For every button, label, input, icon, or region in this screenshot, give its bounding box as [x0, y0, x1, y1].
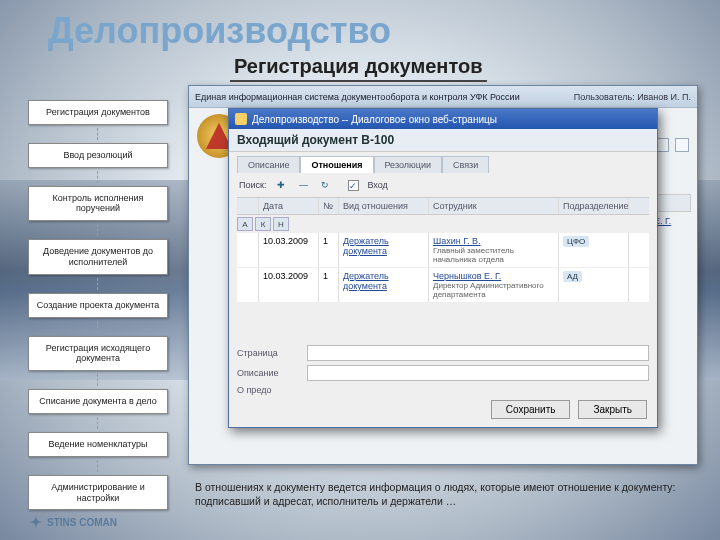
- cell-date: 10.03.2009: [259, 233, 319, 267]
- close-button[interactable]: Закрыть: [578, 400, 647, 419]
- sidebar-item-nomenclature[interactable]: Ведение номенклатуры: [28, 432, 168, 457]
- brand-logo: ✦ STINS COMAN: [30, 514, 117, 530]
- table-header: Дата № Вид отношения Сотрудник Подраздел…: [237, 197, 649, 215]
- show-all-checkbox[interactable]: [348, 180, 359, 191]
- lower-label-2: Описание: [237, 368, 301, 378]
- show-all-label: Вход: [367, 180, 387, 190]
- app-user-label: Пользователь: Иванов И. П.: [574, 92, 691, 102]
- slide-subtitle: Регистрация документов: [230, 55, 487, 82]
- sidebar-item-register[interactable]: Регистрация документов: [28, 100, 168, 125]
- logo-icon: ✦: [30, 514, 42, 530]
- dialog-window: Делопроизводство -- Диалоговое окно веб-…: [228, 108, 658, 428]
- remove-icon[interactable]: —: [296, 178, 310, 192]
- process-sidebar: Регистрация документов Ввод резолюций Ко…: [28, 100, 168, 510]
- sidebar-item-resolutions[interactable]: Ввод резолюций: [28, 143, 168, 168]
- dialog-tabs: Описание Отношения Резолюции Связи: [237, 156, 649, 173]
- cell-relation[interactable]: Держатель документа: [343, 271, 389, 291]
- app-header-text: Единая информационная система документоо…: [195, 92, 520, 102]
- lower-label-1: Страница: [237, 348, 301, 358]
- letter-k[interactable]: К: [255, 217, 271, 231]
- cell-date: 10.03.2009: [259, 268, 319, 302]
- lower-field-2[interactable]: [307, 365, 649, 381]
- tab-description[interactable]: Описание: [237, 156, 300, 173]
- slide-footer-text: В отношениях к документу ведется информа…: [195, 480, 690, 508]
- table-row[interactable]: 10.03.2009 1 Держатель документа Чернышк…: [237, 268, 649, 303]
- cell-num: 1: [319, 268, 339, 302]
- console-icon-2[interactable]: [675, 138, 689, 152]
- cell-person[interactable]: Шахин Г. В.: [433, 236, 481, 246]
- sidebar-item-control[interactable]: Контроль исполнения поручений: [28, 186, 168, 222]
- sidebar-item-distribute[interactable]: Доведение документов до исполнителей: [28, 239, 168, 275]
- sidebar-item-admin[interactable]: Администрирование и настройки: [28, 475, 168, 511]
- search-label: Поиск:: [239, 180, 266, 190]
- add-icon[interactable]: ✚: [274, 178, 288, 192]
- cell-person-detail: Директор Административного департамента: [433, 281, 554, 299]
- cell-person[interactable]: Чернышков Е. Г.: [433, 271, 501, 281]
- tab-resolutions[interactable]: Резолюции: [374, 156, 442, 173]
- sidebar-item-draft[interactable]: Создание проекта документа: [28, 293, 168, 318]
- cell-dept: АД: [563, 271, 582, 282]
- refresh-icon[interactable]: ↻: [318, 178, 332, 192]
- tab-relations[interactable]: Отношения: [300, 156, 373, 173]
- letter-n[interactable]: Н: [273, 217, 289, 231]
- dialog-doc-title: Входящий документ В-100: [229, 129, 657, 152]
- lower-field-1[interactable]: [307, 345, 649, 361]
- cell-relation[interactable]: Держатель документа: [343, 236, 389, 256]
- table-row[interactable]: 10.03.2009 1 Держатель документа Шахин Г…: [237, 233, 649, 268]
- dialog-titlebar: Делопроизводство -- Диалоговое окно веб-…: [229, 109, 657, 129]
- dialog-lower-fields: Страница Описание О предо: [237, 341, 649, 399]
- cell-person-detail: Главный заместитель начальника отдела: [433, 246, 554, 264]
- cell-dept: ЦФО: [563, 236, 589, 247]
- dialog-toolbar: Поиск: ✚ — ↻ Вход: [229, 173, 657, 197]
- letter-a[interactable]: А: [237, 217, 253, 231]
- dialog-title-text: Делопроизводство -- Диалоговое окно веб-…: [252, 114, 497, 125]
- lower-label-3: О предо: [237, 385, 301, 395]
- tab-links[interactable]: Связи: [442, 156, 489, 173]
- sidebar-item-writeoff[interactable]: Списание документа в дело: [28, 389, 168, 414]
- slide-title: Делопроизводство: [48, 10, 391, 52]
- letter-filter: А К Н: [237, 217, 649, 231]
- sidebar-item-outgoing[interactable]: Регистрация исходящего документа: [28, 336, 168, 372]
- save-button[interactable]: Сохранить: [491, 400, 571, 419]
- cell-num: 1: [319, 233, 339, 267]
- dialog-icon: [235, 113, 247, 125]
